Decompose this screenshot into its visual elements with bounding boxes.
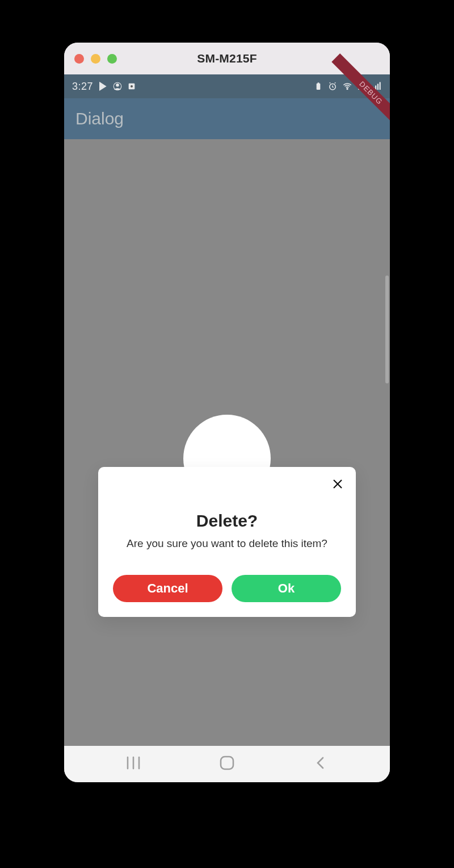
svg-point-4 xyxy=(131,85,133,87)
window-minimize-button[interactable] xyxy=(91,54,100,64)
account-icon xyxy=(112,81,123,91)
ok-button-label: Ok xyxy=(278,581,295,596)
svg-point-8 xyxy=(347,89,348,90)
close-icon xyxy=(331,478,344,493)
status-bar: 3:27 xyxy=(64,74,390,98)
window-close-button[interactable] xyxy=(74,54,84,64)
status-time: 3:27 xyxy=(72,81,93,93)
phone-screen: DEBUG 3:27 xyxy=(64,74,390,782)
ok-button[interactable]: Ok xyxy=(232,575,341,602)
dialog-message: Are you sure you want to delete this ite… xyxy=(113,537,341,550)
svg-marker-0 xyxy=(100,82,106,90)
dialog: Delete? Are you sure you want to delete … xyxy=(98,415,356,617)
home-icon xyxy=(218,754,236,774)
back-icon xyxy=(313,756,328,773)
svg-rect-16 xyxy=(380,82,381,90)
nav-home-button[interactable] xyxy=(216,753,238,775)
play-store-icon xyxy=(98,81,108,91)
navigation-bar xyxy=(64,746,390,782)
battery-saver-icon xyxy=(314,81,323,91)
wifi-icon xyxy=(342,81,352,91)
dialog-card: Delete? Are you sure you want to delete … xyxy=(98,467,356,617)
svg-point-2 xyxy=(116,84,119,87)
app-bar: Dialog xyxy=(64,98,390,139)
svg-rect-6 xyxy=(318,82,320,84)
traffic-lights xyxy=(74,54,117,64)
cancel-button[interactable]: Cancel xyxy=(113,575,222,602)
nav-back-button[interactable] xyxy=(309,753,332,775)
cancel-button-label: Cancel xyxy=(147,581,188,596)
scrollbar[interactable] xyxy=(385,276,389,383)
close-button[interactable] xyxy=(330,477,346,493)
status-left: 3:27 xyxy=(72,81,136,93)
app-body: Delete? Are you sure you want to delete … xyxy=(64,139,390,746)
alarm-icon xyxy=(327,81,338,91)
recents-icon xyxy=(125,756,141,773)
svg-rect-15 xyxy=(377,84,379,90)
dialog-actions: Cancel Ok xyxy=(113,575,341,602)
app-bar-title: Dialog xyxy=(75,109,124,128)
dialog-title: Delete? xyxy=(113,511,341,531)
svg-rect-17 xyxy=(221,757,233,769)
mac-window: SM-M215F DEBUG 3:27 xyxy=(64,43,390,782)
nav-recents-button[interactable] xyxy=(122,753,145,775)
square-icon xyxy=(127,81,136,91)
window-zoom-button[interactable] xyxy=(107,54,117,64)
svg-rect-5 xyxy=(317,84,321,90)
